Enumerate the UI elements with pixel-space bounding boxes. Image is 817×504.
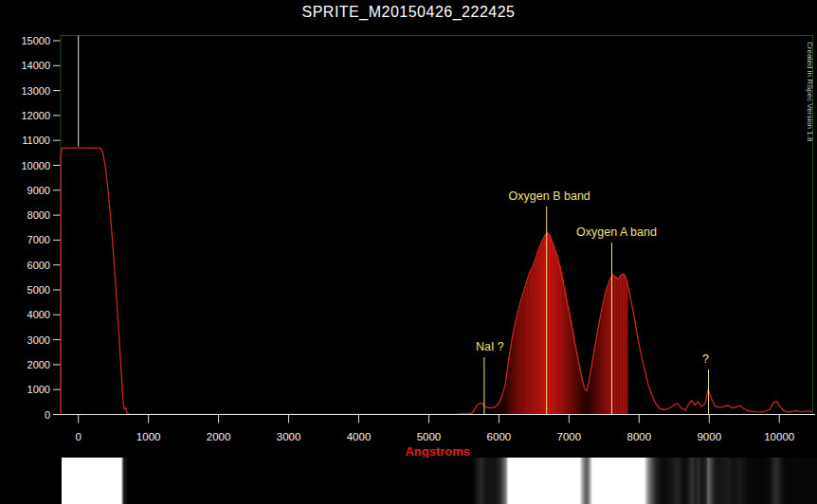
x-tick-label: 1000 (136, 431, 161, 442)
y-tick-label: 1000 (27, 384, 50, 395)
annotation-label: Oxygen B band (509, 189, 590, 203)
x-tick-label: 5000 (417, 431, 442, 442)
x-tick-label: 7000 (557, 431, 582, 442)
x-tick-label: 3000 (277, 431, 301, 442)
rspec-watermark: Created in RSpec Version 1.8 (806, 42, 814, 142)
y-tick-label: 2000 (27, 359, 50, 370)
x-tick-label: 9000 (697, 431, 721, 442)
y-tick-label: 3000 (27, 334, 50, 346)
rspec-window: SPRITE_M20150426_222425 NaI ?Oxygen B ba… (0, 0, 817, 504)
y-tick-label: 7000 (27, 234, 50, 245)
annotation-label: Oxygen A band (576, 225, 657, 239)
x-tick-label: 10000 (764, 431, 794, 442)
y-tick-label: 14000 (21, 60, 50, 71)
y-tick-label: 11000 (22, 135, 50, 146)
y-tick-label: 10000 (21, 160, 50, 171)
annotation-label: ? (702, 352, 709, 366)
x-tick-label: 2000 (207, 431, 231, 442)
plot-border (61, 36, 813, 415)
x-tick-label: 6000 (487, 431, 512, 442)
x-axis-title: Angstroms (405, 444, 470, 459)
y-tick-label: 12000 (21, 110, 50, 121)
x-tick-label: 0 (76, 431, 82, 442)
spectrum-chart: NaI ?Oxygen B bandOxygen A band?01000200… (0, 0, 817, 504)
y-tick-label: 9000 (27, 185, 50, 196)
y-tick-label: 15000 (21, 35, 50, 46)
x-tick-label: 8000 (627, 431, 652, 442)
y-tick-label: 4000 (27, 309, 50, 320)
spectrum-fill (494, 233, 627, 414)
spectrum-curve (61, 148, 813, 414)
annotation-label: NaI ? (476, 340, 504, 353)
y-tick-label: 6000 (27, 260, 50, 271)
spectrum-strip (61, 458, 817, 504)
y-tick-label: 8000 (27, 209, 50, 221)
x-tick-label: 4000 (347, 431, 372, 442)
y-tick-label: 5000 (27, 284, 50, 296)
y-tick-label: 0 (45, 409, 50, 421)
y-tick-label: 13000 (21, 85, 50, 97)
